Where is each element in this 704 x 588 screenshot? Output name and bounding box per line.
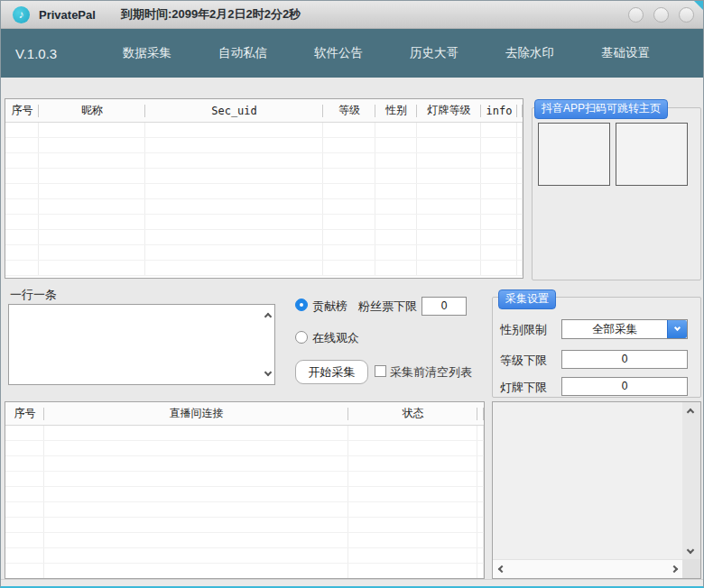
chevron-down-icon — [674, 325, 681, 331]
column-filler — [517, 99, 523, 122]
table-row — [5, 456, 484, 472]
column-header[interactable]: 序号 — [5, 402, 44, 425]
app-window: ♪ PrivatePal 到期时间:2099年2月2日2时2分2秒 V.1.0.… — [0, 0, 704, 588]
room-table: 序号直播间连接状态 — [5, 401, 485, 579]
table-row — [5, 502, 484, 518]
qr-code-placeholder-1 — [538, 123, 610, 186]
collect-settings-title: 采集设置 — [498, 289, 556, 309]
table-row — [5, 518, 484, 533]
table-row — [5, 548, 484, 564]
online-viewers-radio-label[interactable]: 在线观众 — [312, 330, 359, 346]
collect-settings-panel: 采集设置 性别限制 全部采集 等级下限 0 灯牌下限 0 — [492, 297, 701, 398]
close-button[interactable] — [679, 7, 694, 23]
log-panel[interactable] — [492, 401, 701, 579]
online-viewers-radio[interactable] — [295, 331, 308, 344]
nav-item-4[interactable]: 去除水印 — [496, 40, 563, 67]
start-collect-button[interactable]: 开始采集 — [295, 360, 368, 384]
user-table-body — [5, 123, 523, 278]
gender-limit-value: 全部采集 — [562, 320, 667, 338]
maximize-button[interactable] — [653, 7, 669, 23]
vertical-scrollbar[interactable] — [682, 402, 700, 560]
column-header[interactable]: 直播间连接 — [44, 402, 348, 425]
lamp-limit-label: 灯牌下限 — [500, 380, 547, 396]
room-table-body — [5, 426, 484, 578]
qr-panel: 抖音APP扫码可跳转主页 — [532, 107, 701, 280]
contribution-radio[interactable] — [295, 299, 308, 311]
table-row — [5, 426, 484, 441]
column-header[interactable]: Sec_uid — [145, 99, 323, 122]
clear-before-collect-label[interactable]: 采集前清空列表 — [390, 364, 472, 381]
version-label: V.1.0.3 — [15, 46, 101, 61]
lines-label: 一行一条 — [10, 287, 57, 303]
clear-before-collect-checkbox[interactable] — [375, 365, 386, 377]
column-header[interactable]: 昵称 — [39, 99, 145, 122]
fan-ticket-input[interactable]: 0 — [421, 297, 467, 316]
table-row — [5, 564, 484, 578]
room-links-textarea[interactable] — [8, 304, 275, 385]
column-header[interactable]: 状态 — [348, 402, 477, 425]
table-row — [5, 138, 523, 153]
column-header[interactable]: 灯牌等级 — [417, 99, 481, 122]
nav-item-5[interactable]: 基础设置 — [592, 40, 659, 67]
gender-limit-label: 性别限制 — [500, 322, 547, 338]
title-bar: ♪ PrivatePal 到期时间:2099年2月2日2时2分2秒 — [1, 1, 703, 29]
level-limit-label: 等级下限 — [500, 353, 547, 369]
nav-item-1[interactable]: 自动私信 — [209, 40, 276, 67]
scrollbar-corner — [682, 559, 700, 578]
app-title: PrivatePal — [39, 8, 96, 22]
column-header[interactable]: 序号 — [5, 99, 39, 122]
scroll-down-icon[interactable] — [687, 547, 694, 554]
table-row — [5, 230, 523, 245]
level-limit-input[interactable]: 0 — [561, 350, 688, 369]
corner-accent — [694, 1, 703, 10]
table-row — [5, 123, 523, 138]
music-note-icon: ♪ — [13, 6, 30, 23]
lamp-limit-input[interactable]: 0 — [561, 377, 688, 396]
dropdown-button[interactable] — [667, 320, 687, 338]
status-bar — [1, 579, 703, 587]
horizontal-scrollbar[interactable] — [493, 559, 683, 578]
nav-item-2[interactable]: 软件公告 — [305, 40, 372, 67]
table-row — [5, 261, 523, 276]
table-row — [5, 184, 523, 199]
fan-ticket-label: 粉丝票下限 — [358, 299, 417, 315]
nav-item-0[interactable]: 数据采集 — [114, 40, 181, 67]
contribution-radio-label[interactable]: 贡献榜 — [312, 299, 347, 315]
column-filler — [477, 402, 484, 425]
qr-panel-title: 抖音APP扫码可跳转主页 — [534, 99, 668, 119]
column-header[interactable]: 性别 — [375, 99, 417, 122]
nav-item-3[interactable]: 历史大哥 — [401, 40, 468, 67]
table-row — [5, 169, 523, 184]
table-row — [5, 199, 523, 215]
column-header[interactable]: 等级 — [323, 99, 375, 122]
nav-bar: V.1.0.3 数据采集自动私信软件公告历史大哥去除水印基础设置 — [1, 29, 703, 78]
table-row — [5, 215, 523, 230]
scroll-left-icon[interactable] — [498, 565, 505, 573]
room-table-header: 序号直播间连接状态 — [5, 402, 484, 426]
column-header[interactable]: info — [481, 99, 517, 122]
table-row — [5, 487, 484, 502]
scroll-right-icon[interactable] — [671, 565, 678, 573]
qr-code-placeholder-2 — [616, 123, 688, 186]
table-row — [5, 153, 523, 169]
gender-limit-dropdown[interactable]: 全部采集 — [561, 319, 688, 339]
nav-items: 数据采集自动私信软件公告历史大哥去除水印基础设置 — [114, 40, 659, 67]
table-row — [5, 533, 484, 548]
user-table-header: 序号昵称Sec_uid等级性别灯牌等级info — [5, 99, 523, 123]
table-row — [5, 441, 484, 456]
user-table: 序号昵称Sec_uid等级性别灯牌等级info — [5, 98, 523, 279]
scroll-down-icon[interactable] — [264, 369, 272, 376]
minimize-button[interactable] — [628, 7, 644, 23]
table-row — [5, 245, 523, 261]
expiry-time-label: 到期时间:2099年2月2日2时2分2秒 — [121, 6, 301, 23]
table-row — [5, 472, 484, 487]
scroll-up-icon[interactable] — [264, 313, 272, 320]
window-controls — [628, 7, 694, 23]
scroll-up-icon[interactable] — [687, 409, 694, 416]
